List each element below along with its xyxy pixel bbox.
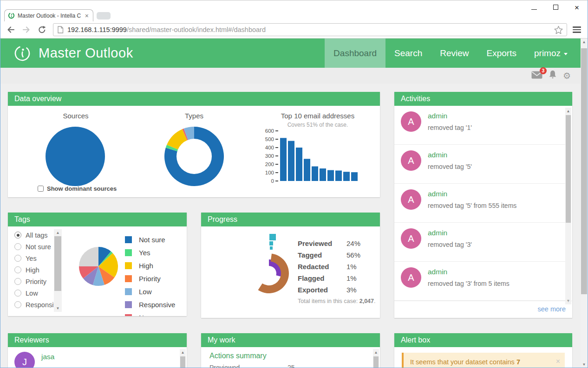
activity-user: admin [428,268,447,276]
nav-item[interactable]: Search [385,39,431,68]
legend-swatch [125,301,132,308]
scroll-up-arrow[interactable]: ▲ [373,349,379,356]
window-maximize-button[interactable] [545,3,566,12]
legend-item: Low [125,285,175,298]
legend-label: Yes [139,249,150,257]
browser-window: Master Outlook - Intella C × × 192.168.1… [0,0,588,368]
mail-badge: 3 [540,67,547,74]
panel-title: Data overview [8,92,380,106]
svg-text:0: 0 [271,178,274,184]
back-button[interactable] [6,25,15,34]
page-scrollbar: ▲ ▼ [581,39,588,368]
total-items-value: 2,047 [359,298,374,304]
nav-item[interactable]: Dashboard [325,39,385,68]
scrollbar-thumb[interactable] [54,236,61,291]
svg-text:500: 500 [265,136,274,142]
panel-title: Tags [8,213,187,226]
page-viewport: Master Outlook Dashboard Search Review E… [0,39,588,368]
svg-text:200: 200 [265,161,274,167]
settings-gear-icon[interactable]: ⚙ [563,71,571,80]
avatar: A [401,267,421,288]
avatar: A [401,150,421,171]
show-dominant-sources-checkbox[interactable]: Show dominant sources [38,185,117,192]
new-tab-button[interactable] [97,12,111,19]
my-work-scrollbar: ▲ [373,349,379,368]
notifications-button[interactable] [549,70,557,81]
panel-my-work: My work Actions summary Previewed 25 ▲ [201,333,380,368]
alert-count: 7 [516,358,520,366]
activity-item[interactable]: A admin removed tag '3' [394,223,565,262]
scroll-up-arrow[interactable]: ▲ [54,229,62,236]
progress-stat-row: Previewed 24% [298,239,374,251]
activity-user: admin [428,112,447,120]
stat-value: 24% [346,239,360,247]
messages-button[interactable]: 3 [531,71,542,81]
stat-label: Exported [298,286,328,294]
scroll-down-arrow[interactable]: ▼ [54,305,62,312]
activity-item[interactable]: A admin removed tag '3' from 5 items [394,262,565,301]
types-chart-title: Types [155,112,234,120]
browser-tab[interactable]: Master Outlook - Intella C × [4,9,93,21]
svg-text:400: 400 [265,145,274,150]
panel-activities: Activities A admin removed tag '1' A adm… [394,92,572,318]
url-path: /shared/master-outlook/index.html#/dashb… [127,26,266,33]
stat-label: Previewed [298,239,332,247]
checkbox-input[interactable] [38,186,44,192]
activity-item[interactable]: A admin removed tag '5' from 555 items [394,184,565,223]
panel-data-overview: Data overview Sources Show dominant sour… [8,92,380,197]
window-close-button[interactable]: × [566,4,588,12]
progress-stat-row: Flagged 1% [298,274,374,286]
app-header: Master Outlook Dashboard Search Review E… [0,39,588,68]
activity-action: removed tag '3' from 5 items [428,280,510,287]
legend-swatch [125,314,132,316]
top-emails-bar-chart: 0100200300400500600 [261,129,369,189]
scrollbar-thumb[interactable] [180,356,185,368]
scrollbar-thumb[interactable] [581,48,587,294]
url-host: 192.168.1.115:9999 [67,26,127,33]
forward-button[interactable] [22,25,31,34]
scroll-up-arrow[interactable]: ▲ [581,39,588,45]
bookmark-star-icon[interactable] [554,26,563,34]
scroll-up-arrow[interactable]: ▲ [180,349,186,356]
types-donut-chart [162,124,227,189]
legend-item: Not sure [125,233,175,246]
legend-label: Low [139,288,152,296]
nav-item-label: Review [440,48,469,58]
legend-swatch [125,249,132,256]
nav-item-label: Search [394,48,422,58]
main-nav: Dashboard Search Review Exports primoz [325,39,576,68]
activities-footer: see more [394,301,572,318]
activity-action: removed tag '5' from 555 items [428,202,516,209]
scrollbar-thumb[interactable] [566,115,571,223]
alert-close-icon[interactable]: × [556,357,560,366]
window-minimize-button[interactable] [523,3,545,12]
radio-icon [14,243,21,250]
panel-title: My work [201,333,380,347]
nav-item[interactable]: Exports [478,39,525,68]
see-more-link[interactable]: see more [538,305,566,313]
panel-title: Reviewers [8,333,187,347]
tag-option-label: All tags [26,232,48,239]
nav-item[interactable]: primoz [525,39,576,68]
reviewer-item[interactable]: J jasa Has claimed this case for review [8,347,187,368]
nav-item[interactable]: Review [431,39,477,68]
nav-item-label: Dashboard [333,48,377,58]
tag-option-label: Yes [26,255,37,262]
tab-close-icon[interactable]: × [84,13,90,19]
address-bar[interactable]: 192.168.1.115:9999/shared/master-outlook… [53,23,567,36]
scrollbar-thumb[interactable] [373,356,379,368]
browser-menu-icon[interactable] [572,25,582,35]
checkbox-label: Show dominant sources [47,185,117,192]
activity-item[interactable]: A admin removed tag '1' [394,106,565,145]
refresh-button[interactable] [38,26,46,34]
browser-titlebar: Master Outlook - Intella C × × [0,0,588,21]
avatar: A [401,228,421,249]
legend-item: No [125,311,175,316]
activity-item[interactable]: A admin removed tag '5' [394,145,565,184]
sub-header: 3 ⚙ [0,68,588,84]
scroll-up-arrow[interactable]: ▲ [565,108,571,115]
svg-text:600: 600 [265,129,274,134]
stat-value: 56% [346,251,360,259]
scroll-down-arrow[interactable]: ▼ [581,361,588,368]
legend-swatch [125,236,132,243]
